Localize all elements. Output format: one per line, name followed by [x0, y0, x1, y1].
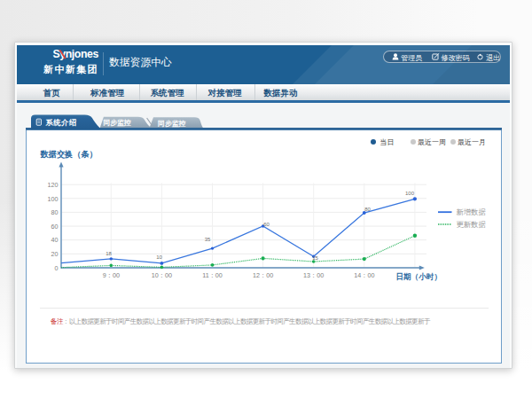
svg-text:9：00: 9：00	[103, 271, 120, 279]
svg-text:10：00: 10：00	[152, 271, 172, 279]
svg-text:10: 10	[156, 254, 162, 260]
svg-text:15: 15	[312, 255, 318, 261]
svg-text:同步监控: 同步监控	[103, 119, 130, 127]
svg-text:12：00: 12：00	[253, 271, 273, 279]
svg-text:80: 80	[51, 208, 59, 216]
svg-text:100: 100	[405, 191, 415, 196]
svg-text:40: 40	[51, 236, 59, 244]
svg-text:更新数据: 更新数据	[457, 220, 486, 229]
svg-text:14：00: 14：00	[354, 271, 374, 279]
svg-text:同步监控: 同步监控	[158, 120, 185, 128]
svg-text:系统介绍: 系统介绍	[45, 118, 77, 127]
svg-text:35: 35	[205, 237, 211, 242]
svg-text:13：00: 13：00	[303, 271, 324, 279]
svg-text:60: 60	[263, 222, 270, 227]
svg-text:数据交换（条）: 数据交换（条）	[40, 149, 98, 159]
svg-text:18: 18	[106, 251, 112, 256]
svg-text:11：00: 11：00	[202, 271, 223, 279]
svg-text:0: 0	[55, 264, 59, 272]
svg-text:日期（小时）: 日期（小时）	[396, 272, 442, 281]
svg-text:100: 100	[48, 195, 59, 203]
svg-text:120: 120	[48, 181, 59, 189]
svg-text:80: 80	[364, 207, 371, 212]
svg-text:20: 20	[51, 250, 59, 258]
svg-text:新增数据: 新增数据	[457, 207, 486, 216]
svg-text:60: 60	[51, 223, 59, 231]
